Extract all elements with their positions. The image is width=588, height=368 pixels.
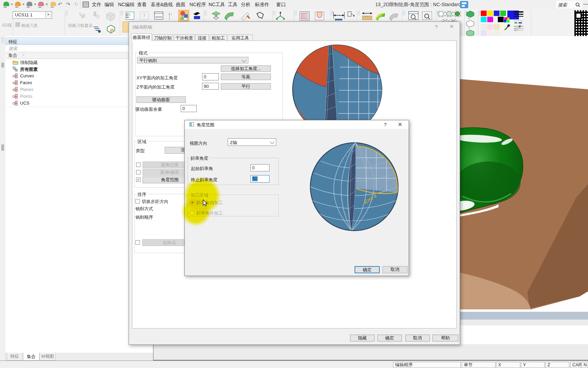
toolpath-light-icon[interactable] xyxy=(78,11,87,20)
dialog1-tab-粗加工[interactable]: 粗加工 xyxy=(210,34,227,41)
dock-tab-marker[interactable] xyxy=(1,63,4,67)
bottom-tab-集合[interactable]: 集合 xyxy=(23,353,39,361)
contour-button[interactable]: 等高 xyxy=(221,74,271,80)
dropdown-arrow-icon[interactable] xyxy=(11,4,13,5)
extend-checkbox[interactable] xyxy=(136,170,141,174)
dim-arrow-icon[interactable] xyxy=(346,11,356,20)
brush-icon[interactable] xyxy=(513,24,522,32)
toolpath-blue-icon[interactable] xyxy=(93,25,102,34)
menu-item-6[interactable]: 曲面 xyxy=(176,1,185,8)
redo-icon[interactable]: ↷ xyxy=(66,1,74,8)
shapes-highlighted-icon[interactable] xyxy=(178,10,189,21)
gray-surface-icon[interactable] xyxy=(388,11,397,20)
dialog1-tab-刀轴控制[interactable]: 刀轴控制 xyxy=(152,34,173,41)
dialog1-footer-取消[interactable]: 取消 xyxy=(405,335,430,341)
pocket-stripes-icon[interactable] xyxy=(299,11,308,20)
shade-cube-icon[interactable] xyxy=(466,11,475,39)
bottom-tab-特征[interactable]: 特征 xyxy=(7,353,22,361)
measure-width-icon[interactable] xyxy=(332,11,342,20)
eyedropper-icon[interactable] xyxy=(503,23,511,31)
menu-item-9[interactable]: 工具 xyxy=(228,1,238,8)
menu-item-3[interactable]: NC编辑 xyxy=(118,1,134,8)
menu-item-7[interactable]: NC程序 xyxy=(190,1,206,8)
undo-icon[interactable]: ↶ xyxy=(58,1,65,8)
dialog2-close-button[interactable]: ✕ xyxy=(398,121,402,128)
dialog1-tab-实用工具[interactable]: 实用工具 xyxy=(228,34,253,41)
mill-mode-label: 铣削方式 xyxy=(135,206,153,212)
list-view-icon[interactable] xyxy=(125,11,135,20)
bottom-tab-M视图[interactable]: M视图 xyxy=(39,353,56,361)
menu-item-12[interactable]: 窗口 xyxy=(276,1,286,8)
zoom-window-icon[interactable] xyxy=(408,11,417,20)
mode-combo[interactable]: 平行铣削 xyxy=(137,57,248,63)
dock-tab-marker2[interactable] xyxy=(1,144,4,151)
panel-title: 特征 xyxy=(9,39,17,45)
blue-flag-icon[interactable] xyxy=(192,11,201,20)
dialog1-help-button[interactable]: ? xyxy=(435,24,438,30)
xy-angle-input[interactable]: 0 xyxy=(202,73,219,80)
angle-cancel-button[interactable]: 取消 xyxy=(382,266,408,273)
search-field[interactable]: 搜索 xyxy=(556,1,582,9)
dialog1-footer-确定[interactable]: 确定 xyxy=(377,335,402,341)
view-dir-combo[interactable]: Z轴 xyxy=(228,138,276,146)
menu-item-11[interactable]: 标准件 xyxy=(255,1,269,8)
cutter-icon[interactable] xyxy=(314,11,323,20)
menu-item-10[interactable]: 分析 xyxy=(241,1,250,8)
toolbar-group-separator xyxy=(65,10,65,35)
search-icon[interactable] xyxy=(575,2,581,7)
dialog1-close-button[interactable]: ✕ xyxy=(450,24,454,30)
helmet-green-icon[interactable]: HH xyxy=(3,1,10,8)
surface-green-icon[interactable] xyxy=(223,11,233,20)
dropdown-arrow-icon[interactable] xyxy=(34,4,36,5)
slope-end-input[interactable]: 50 xyxy=(250,175,270,183)
drive-surface-button[interactable]: 驱动曲面 xyxy=(136,96,186,103)
list-icon[interactable] xyxy=(82,1,90,8)
menu-item-1[interactable]: 文件 xyxy=(92,1,101,8)
menu-item-8[interactable]: NC工具 xyxy=(209,1,225,8)
clip-pink-icon[interactable]: HH xyxy=(37,1,45,8)
dialog1-tab-曲面路径[interactable]: 曲面路径 xyxy=(131,33,152,41)
dialog1-tab-连接[interactable]: 连接 xyxy=(195,34,209,41)
window-layout-icon[interactable] xyxy=(154,11,163,20)
slope-start-input[interactable]: 0 xyxy=(250,164,270,171)
ruler-icon[interactable] xyxy=(361,11,370,20)
parallel-button[interactable]: 平行 xyxy=(221,83,271,90)
menu-item-4[interactable]: 查看 xyxy=(137,1,147,8)
polyline-icon[interactable] xyxy=(255,11,265,20)
fillet-checkbox[interactable] xyxy=(136,163,141,167)
dialog1-footer-隐藏[interactable]: 隐藏 xyxy=(350,335,375,341)
help-icon[interactable]: ? xyxy=(140,11,149,20)
gray-cube-icon[interactable] xyxy=(105,12,115,21)
axis-icon[interactable] xyxy=(274,11,284,20)
minimize-button[interactable]: — xyxy=(583,1,588,6)
rainbow-surface-icon[interactable] xyxy=(374,11,384,20)
helmet-orange-icon[interactable]: HH xyxy=(14,1,22,8)
ucs-combo[interactable]: UCS11 1 xyxy=(13,11,52,19)
dropdown-arrow-icon[interactable] xyxy=(22,4,24,5)
start-point-checkbox[interactable] xyxy=(135,240,140,245)
toggle-step-checkbox[interactable] xyxy=(135,199,140,203)
dialog2-help-button[interactable]: ? xyxy=(384,122,387,127)
drive-offset-input[interactable]: 0 xyxy=(181,105,197,112)
dialog1-footer-帮助[interactable]: 帮助 xyxy=(432,335,458,341)
app-logo-icon[interactable] xyxy=(460,1,468,8)
zoom-region-icon[interactable] xyxy=(421,11,431,20)
view-cubes-icon[interactable] xyxy=(438,11,463,20)
select-angle-button[interactable]: 选择加工角度... xyxy=(221,65,271,72)
green-cube-small-icon[interactable] xyxy=(106,25,116,34)
angle-range-checkbox[interactable]: ✓ xyxy=(136,178,141,182)
folder-close-icon[interactable]: HH xyxy=(50,1,57,8)
mouse-cursor xyxy=(203,199,208,207)
measure-pencil-icon[interactable] xyxy=(240,11,250,20)
dialog1-tab-干涉检查[interactable]: 干涉检查 xyxy=(174,34,195,41)
bottom-tab-strip: 特征集合M视图 xyxy=(5,353,153,361)
menu-item-2[interactable]: 编辑 xyxy=(104,1,114,8)
z-angle-input[interactable]: 90 xyxy=(202,83,219,90)
leveling-icon[interactable] xyxy=(211,11,220,20)
display-icon[interactable]: HH xyxy=(26,1,33,8)
angle-ok-button[interactable]: 确定 xyxy=(355,266,380,273)
drag-handle-icon xyxy=(403,11,405,15)
tool-light-icon[interactable] xyxy=(91,11,101,20)
menu-item-5[interactable]: 基准&曲线 xyxy=(151,1,173,8)
slider-icon[interactable]: I xyxy=(167,11,176,20)
